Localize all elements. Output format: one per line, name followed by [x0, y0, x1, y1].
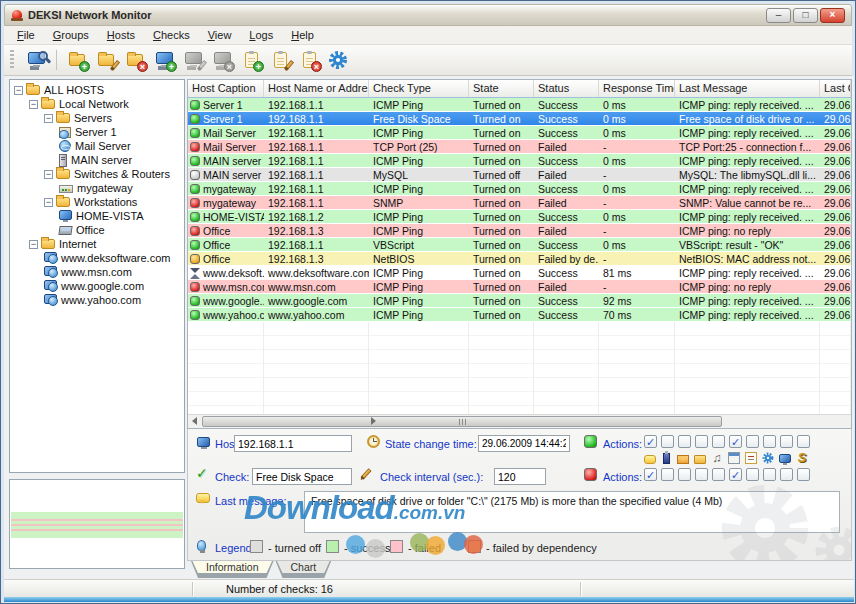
tree-item-www-msn-com[interactable]: www.msn.com: [10, 265, 184, 279]
action-off-checkbox-1[interactable]: ✓: [644, 468, 657, 481]
table-row[interactable]: Office192.168.1.3ICMP PingTurned onFaile…: [188, 224, 851, 238]
tree-item-internet[interactable]: −Internet: [10, 237, 184, 251]
tree-item-workstations[interactable]: −Workstations: [10, 195, 184, 209]
action-on-checkbox-5[interactable]: [712, 435, 725, 448]
tree-item-switches-routers[interactable]: −Switches & Routers: [10, 167, 184, 181]
tree-expander-icon[interactable]: −: [44, 198, 53, 207]
menu-checks[interactable]: Checks: [144, 27, 199, 43]
menu-help[interactable]: Help: [282, 27, 323, 43]
tree-item-mygateway[interactable]: mygateway: [10, 181, 184, 195]
tree-item-office[interactable]: Office: [10, 223, 184, 237]
table-row[interactable]: Server 1192.168.1.1ICMP PingTurned onSuc…: [188, 98, 851, 112]
column-header-last-check[interactable]: Last Check: [820, 80, 851, 97]
action-on-checkbox-7[interactable]: [746, 435, 759, 448]
action-off-checkbox-7[interactable]: [746, 468, 759, 481]
cell-address: 192.168.1.1: [264, 140, 369, 154]
action-off-checkbox-2[interactable]: [661, 468, 674, 481]
column-header-status[interactable]: Status: [534, 80, 599, 97]
tree-item-www-yahoo-com[interactable]: www.yahoo.com: [10, 293, 184, 307]
action-off-checkbox-10[interactable]: [797, 468, 810, 481]
column-header-response-time[interactable]: Response Time: [599, 80, 675, 97]
horizontal-scrollbar[interactable]: [188, 414, 851, 428]
tree-item-local-network[interactable]: −Local Network: [10, 97, 184, 111]
edit-check-button[interactable]: [267, 48, 293, 72]
menu-file[interactable]: File: [8, 27, 44, 43]
maximize-button[interactable]: □: [793, 8, 818, 23]
actions-on-checkboxes: ✓✓: [644, 435, 810, 448]
action-on-checkbox-4[interactable]: [695, 435, 708, 448]
tree-item-www-deksoftware-com[interactable]: www.deksoftware.com: [10, 251, 184, 265]
table-row[interactable]: Server 1192.168.1.1Free Disk SpaceTurned…: [188, 112, 851, 126]
table-row[interactable]: Mail Server192.168.1.1ICMP PingTurned on…: [188, 126, 851, 140]
tree-expander-icon[interactable]: −: [44, 170, 53, 179]
add-host-button[interactable]: +: [151, 48, 177, 72]
check-interval-input[interactable]: [494, 468, 546, 485]
column-header-state[interactable]: State: [469, 80, 534, 97]
action-off-checkbox-6[interactable]: ✓: [729, 468, 742, 481]
tree-item-label: MAIN server: [71, 154, 132, 166]
table-row[interactable]: HOME-VISTA192.168.1.2ICMP PingTurned onS…: [188, 210, 851, 224]
column-header-last-message[interactable]: Last Message: [675, 80, 820, 97]
action-off-checkbox-4[interactable]: [695, 468, 708, 481]
tree-item-server-1[interactable]: Server 1: [10, 125, 184, 139]
state-change-time-input[interactable]: [478, 435, 570, 452]
add-check-button[interactable]: +: [238, 48, 264, 72]
action-on-checkbox-10[interactable]: [797, 435, 810, 448]
toolbar-grip[interactable]: [10, 50, 14, 70]
menu-hosts[interactable]: Hosts: [98, 27, 144, 43]
column-header-host-name-or-address[interactable]: Host Name or Address: [264, 80, 369, 97]
minimize-button[interactable]: –: [766, 8, 791, 23]
tree-item-home-vista[interactable]: HOME-VISTA: [10, 209, 184, 223]
delete-check-button[interactable]: ×: [296, 48, 322, 72]
tab-information[interactable]: Information: [192, 560, 273, 573]
close-button[interactable]: ×: [820, 8, 845, 23]
scan-hosts-button[interactable]: [23, 48, 49, 72]
action-off-checkbox-9[interactable]: [780, 468, 793, 481]
add-group-button[interactable]: +: [64, 48, 90, 72]
delete-group-button[interactable]: ×: [122, 48, 148, 72]
host-input[interactable]: [234, 435, 352, 452]
action-off-checkbox-3[interactable]: [678, 468, 691, 481]
tree-expander-icon[interactable]: −: [29, 240, 38, 249]
column-header-check-type[interactable]: Check Type: [369, 80, 469, 97]
column-header-host-caption[interactable]: Host Caption: [188, 80, 264, 97]
table-row[interactable]: www.deksoft...www.deksoftware.comICMP Pi…: [188, 266, 851, 280]
tree-item-main-server[interactable]: MAIN server: [10, 153, 184, 167]
scroll-thumb[interactable]: [202, 416, 722, 427]
edit-group-button[interactable]: [93, 48, 119, 72]
table-row[interactable]: www.google....www.google.comICMP PingTur…: [188, 294, 851, 308]
tree-item-www-google-com[interactable]: www.google.com: [10, 279, 184, 293]
check-type-input[interactable]: [252, 468, 352, 485]
table-row[interactable]: MAIN server192.168.1.1ICMP PingTurned on…: [188, 154, 851, 168]
tree-item-all-hosts[interactable]: −ALL HOSTS: [10, 83, 184, 97]
action-off-checkbox-5[interactable]: [712, 468, 725, 481]
title-bar[interactable]: DEKSI Network Monitor – □ ×: [4, 4, 852, 26]
table-row[interactable]: mygateway192.168.1.1ICMP PingTurned onSu…: [188, 182, 851, 196]
tree-expander-icon[interactable]: −: [44, 114, 53, 123]
action-on-checkbox-1[interactable]: ✓: [644, 435, 657, 448]
action-on-checkbox-9[interactable]: [780, 435, 793, 448]
action-on-checkbox-2[interactable]: [661, 435, 674, 448]
table-row[interactable]: www.yahoo.c...www.yahoo.comICMP PingTurn…: [188, 308, 851, 322]
action-off-checkbox-8[interactable]: [763, 468, 776, 481]
table-row[interactable]: mygateway192.168.1.1SNMPTurned onFailed-…: [188, 196, 851, 210]
action-on-checkbox-8[interactable]: [763, 435, 776, 448]
scroll-right-arrow[interactable]: [371, 417, 376, 425]
table-row[interactable]: Mail Server192.168.1.1TCP Port (25)Turne…: [188, 140, 851, 154]
table-row[interactable]: Office192.168.1.1VBScriptTurned onSucces…: [188, 238, 851, 252]
action-on-checkbox-6[interactable]: ✓: [729, 435, 742, 448]
tree-expander-icon[interactable]: −: [14, 86, 23, 95]
tree-item-mail-server[interactable]: Mail Server: [10, 139, 184, 153]
tab-chart[interactable]: Chart: [277, 560, 331, 573]
menu-logs[interactable]: Logs: [240, 27, 282, 43]
table-row[interactable]: MAIN server192.168.1.1MySQLTurned offFai…: [188, 168, 851, 182]
scroll-left-arrow[interactable]: [192, 417, 197, 425]
action-on-checkbox-3[interactable]: [678, 435, 691, 448]
table-row[interactable]: Office192.168.1.3NetBIOSTurned onFailed …: [188, 252, 851, 266]
table-row[interactable]: www.msn.comwww.msn.comICMP PingTurned on…: [188, 280, 851, 294]
tree-item-servers[interactable]: −Servers: [10, 111, 184, 125]
menu-groups[interactable]: Groups: [44, 27, 98, 43]
tree-expander-icon[interactable]: −: [29, 100, 38, 109]
menu-view[interactable]: View: [199, 27, 241, 43]
settings-button[interactable]: [325, 48, 351, 72]
